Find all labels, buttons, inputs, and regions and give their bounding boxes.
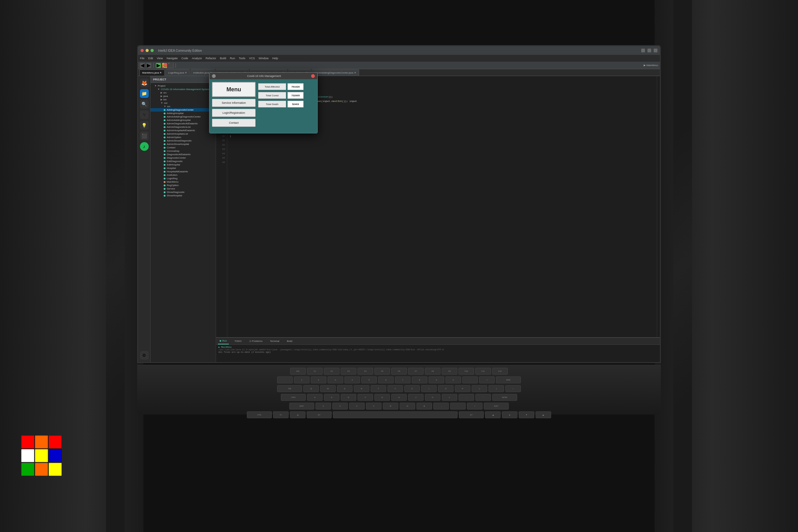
tree-editdiag[interactable]: EditDiagnostic [151,159,216,163]
key-k[interactable]: K [425,394,440,401]
key-equals[interactable]: = [479,377,495,383]
key-caps[interactable]: CAPS [281,394,306,401]
key-rbracket[interactable]: ] [489,385,504,392]
key-q[interactable]: Q [303,385,319,392]
key-backslash[interactable]: \ [505,385,521,392]
key-alt[interactable]: ALT [307,412,332,418]
key-ctrl[interactable]: CTRL [247,412,272,418]
activity-firefox[interactable]: 🦊 [140,78,149,87]
max-dot[interactable] [151,49,154,52]
menu-vcs[interactable]: VCS [249,57,255,60]
key-semicolon[interactable]: ; [458,394,474,401]
tree-out[interactable]: ▼out [151,101,216,105]
key-c[interactable]: C [349,403,365,410]
key-f11[interactable]: F11 [475,368,491,375]
key-v[interactable]: V [366,403,382,410]
key-9[interactable]: 9 [429,377,444,383]
tree-contact[interactable]: Contact [151,146,216,149]
tree-hospdata[interactable]: HospitalAllDataInfo [151,170,216,173]
key-z[interactable]: Z [316,403,331,410]
key-space[interactable] [333,412,458,418]
service-info-button[interactable]: Service Information [212,99,255,107]
key-f10[interactable]: F10 [458,368,474,375]
key-up[interactable]: ▲ [502,412,517,418]
tree-diagdata[interactable]: DiagnosticAllDataInfo [151,153,216,156]
key-rshift[interactable]: SHIFT [484,403,509,410]
tree-addingdiag[interactable]: AddingDiagnosticCenter [151,108,216,112]
tree-adminaddingdiag[interactable]: AdminAddingDiagnosticCenter [151,115,216,118]
key-f1[interactable]: F1 [307,368,323,375]
activity-terminal[interactable]: ⬛ [140,132,149,140]
menu-refactor[interactable]: Refactor [205,57,216,60]
key-down[interactable]: ▼ [519,412,534,418]
key-fn[interactable]: Fn [273,412,289,418]
menu-window[interactable]: Window [259,57,269,60]
menu-run[interactable]: Run [230,57,235,60]
key-super[interactable]: ⊞ [290,412,305,418]
tree-out-src[interactable]: ▼src [151,105,216,108]
key-tab[interactable]: TAB [277,385,302,392]
key-period[interactable]: . [450,403,466,410]
toolbar-forward[interactable]: ▶ [146,63,151,68]
activity-project[interactable]: 📁 [140,89,149,98]
key-1[interactable]: 1 [294,377,309,383]
activity-vcs[interactable]: ⑂ [140,110,149,119]
menu-tools[interactable]: Tools [239,57,245,60]
tree-adminaddinghospital[interactable]: AdminAddingHospital [151,118,216,122]
key-f6[interactable]: F6 [391,368,407,375]
menu-edit[interactable]: Edit [148,57,153,60]
key-u[interactable]: U [404,385,420,392]
activity-settings[interactable]: ⚙ [140,351,149,360]
key-right[interactable]: ▶ [535,412,551,418]
toolbar-run[interactable]: ▶ [156,63,161,68]
key-p[interactable]: P [455,385,470,392]
project-selector[interactable]: ▶ MainMenu [644,64,658,67]
key-e[interactable]: E [337,385,353,392]
key-quote[interactable]: ' [475,394,491,401]
tree-mainmenu[interactable]: MainMenu [151,180,216,184]
key-h[interactable]: H [391,394,407,401]
tree-coronaday[interactable]: CoronaDay [151,149,216,153]
tree-diagcenter[interactable]: DiagnosticCenter [151,156,216,159]
tree-hospital[interactable]: Hospital [151,167,216,170]
menu-analyze[interactable]: Analyze [192,57,202,60]
tree-service[interactable]: Service [151,187,216,190]
close-dot[interactable] [140,49,144,52]
tree-edithospital[interactable]: EditHospital [151,163,216,167]
key-minus[interactable]: - [462,377,478,383]
toolbar-debug[interactable]: 🐛 [162,63,167,68]
tree-src[interactable]: ▶src [151,91,216,94]
tree-showhospital[interactable]: ShowHospital [151,194,216,197]
key-enter[interactable]: ENTER [492,394,517,401]
tree-covid-project[interactable]: ▼COVID-19 Information Management System [151,88,216,91]
key-i[interactable]: I [421,385,437,392]
key-g[interactable]: G [374,394,390,401]
menu-help[interactable]: Help [272,57,278,60]
key-r[interactable]: R [354,385,369,392]
tree-adminshowdiag[interactable]: AdminShowDiagnostic [151,139,216,142]
menu-view[interactable]: View [157,57,163,60]
tab-mainmenu[interactable]: MainMenu.java ✕ [139,70,165,76]
key-lbracket[interactable]: [ [472,385,487,392]
toolbar-back[interactable]: ◀ [140,63,145,68]
key-d[interactable]: D [341,394,356,401]
tree-adminoption[interactable]: AdminOption [151,136,216,139]
run-tab-build[interactable]: Build [285,338,294,344]
tree-adminshowhospital[interactable]: AdminShowHospital [151,142,216,146]
key-ralt[interactable]: ALT [459,412,484,418]
key-2[interactable]: 2 [311,377,326,383]
tree-java[interactable]: ▶java [151,94,216,98]
menu-file[interactable]: File [140,57,145,60]
key-w[interactable]: W [320,385,336,392]
toolbar-stop[interactable]: ⬛ [168,63,173,68]
tree-addinghospital[interactable]: AddingHospital [151,112,216,115]
key-j[interactable]: J [408,394,424,401]
key-a[interactable]: A [307,394,323,401]
key-7[interactable]: 7 [395,377,411,383]
key-8[interactable]: 8 [412,377,428,383]
key-o[interactable]: O [438,385,454,392]
key-comma[interactable]: , [433,403,449,410]
contact-button[interactable]: Contact [212,119,255,127]
menu-build[interactable]: Build [220,57,226,60]
key-f2[interactable]: F2 [324,368,340,375]
